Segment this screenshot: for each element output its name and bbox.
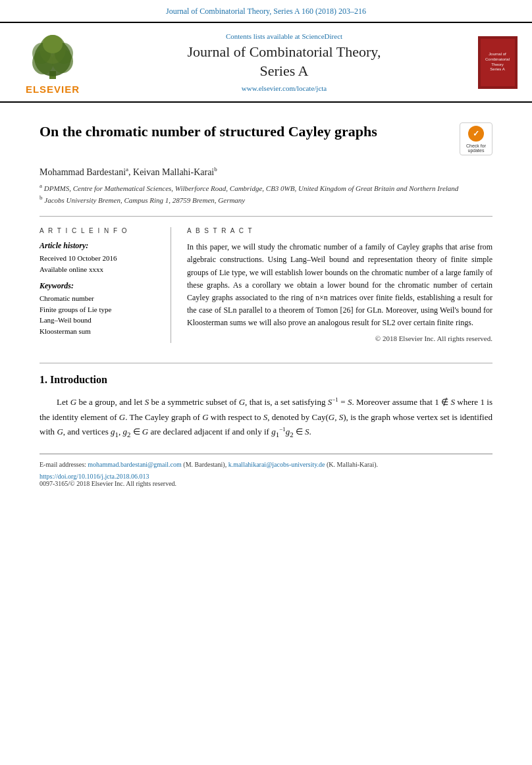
- email2-link[interactable]: k.mallahikarai@jacobs-university.de: [228, 461, 325, 468]
- keywords-label: Keywords:: [40, 281, 160, 291]
- affiliation-b: b Jacobs University Bremen, Campus Ring …: [40, 194, 492, 205]
- keyword-2: Finite groups of Lie type: [40, 304, 160, 315]
- check-updates-icon: [468, 126, 484, 142]
- check-updates-label: Check for updates: [462, 144, 490, 153]
- main-content: On the chromatic number of structured Ca…: [0, 103, 532, 507]
- elsevier-logo: ELSEVIER: [13, 30, 92, 95]
- journal-cover: Journal of Combinatorial Theory Series A: [476, 30, 519, 95]
- cover-image: Journal of Combinatorial Theory Series A: [478, 36, 518, 89]
- email1-link[interactable]: mohammad.bardestani@gmail.com: [88, 461, 182, 468]
- article-info-header: A R T I C L E I N F O: [40, 227, 160, 234]
- section-divider: [40, 216, 492, 217]
- svg-point-7: [43, 35, 63, 53]
- info-abstract-columns: A R T I C L E I N F O Article history: R…: [40, 227, 492, 343]
- keyword-1: Chromatic number: [40, 293, 160, 304]
- article-title: On the chromatic number of structured Ca…: [40, 122, 449, 142]
- check-updates-badge: Check for updates: [460, 122, 492, 155]
- email1-name: (M. Bardestani),: [183, 461, 226, 468]
- article-title-section: On the chromatic number of structured Ca…: [40, 116, 492, 155]
- elsevier-tree-icon: [23, 35, 82, 81]
- sciencedirect-info: Contents lists available at ScienceDirec…: [103, 32, 466, 40]
- journal-url: www.elsevier.com/locate/jcta: [103, 84, 466, 92]
- abstract-text: In this paper, we will study the chromat…: [187, 241, 492, 329]
- footer: E-mail addresses: mohammad.bardestani@gm…: [40, 454, 492, 487]
- email2-name: (K. Mallahi-Karai).: [327, 461, 378, 468]
- intro-paragraph-1: Let G be a group, and let S be a symmetr…: [40, 395, 492, 440]
- intro-heading: 1. Introduction: [40, 374, 492, 386]
- keyword-4: Kloosterman sum: [40, 326, 160, 337]
- journal-info-center: Contents lists available at ScienceDirec…: [103, 30, 466, 95]
- abstract-column: A B S T R A C T In this paper, we will s…: [187, 227, 492, 343]
- affiliations: a DPMMS, Centre for Mathematical Science…: [40, 182, 492, 205]
- footer-email-line: E-mail addresses: mohammad.bardestani@gm…: [40, 460, 492, 470]
- authors: Mohammad Bardestania, Keivan Mallahi-Kar…: [40, 166, 492, 178]
- keyword-3: Lang–Weil bound: [40, 315, 160, 326]
- article-info-column: A R T I C L E I N F O Article history: R…: [40, 227, 171, 343]
- journal-header: ELSEVIER Contents lists available at Sci…: [0, 23, 532, 103]
- history-label: Article history:: [40, 241, 160, 251]
- copyright-line: © 2018 Elsevier Inc. All rights reserved…: [187, 334, 492, 342]
- available-online: Available online xxxx: [40, 264, 160, 275]
- journal-name: Journal of Combinatorial Theory, Series …: [103, 43, 466, 80]
- intro-body: Let G be a group, and let S be a symmetr…: [40, 395, 492, 440]
- issn-rights: 0097-3165/© 2018 Elsevier Inc. All right…: [40, 480, 492, 487]
- journal-reference: Journal of Combinatorial Theory, Series …: [0, 0, 532, 23]
- cover-text: Journal of Combinatorial Theory Series A: [485, 52, 510, 72]
- elsevier-label: ELSEVIER: [26, 84, 80, 95]
- email-label: E-mail addresses:: [40, 461, 86, 468]
- keywords-section: Keywords: Chromatic number Finite groups…: [40, 281, 160, 336]
- received-date: Received 10 October 2016: [40, 253, 160, 264]
- abstract-header: A B S T R A C T: [187, 227, 492, 234]
- article-history: Article history: Received 10 October 201…: [40, 241, 160, 275]
- affiliation-a: a DPMMS, Centre for Mathematical Science…: [40, 182, 492, 194]
- introduction-section: 1. Introduction Let G be a group, and le…: [40, 363, 492, 440]
- doi-link[interactable]: https://doi.org/10.1016/j.jcta.2018.06.0…: [40, 473, 492, 480]
